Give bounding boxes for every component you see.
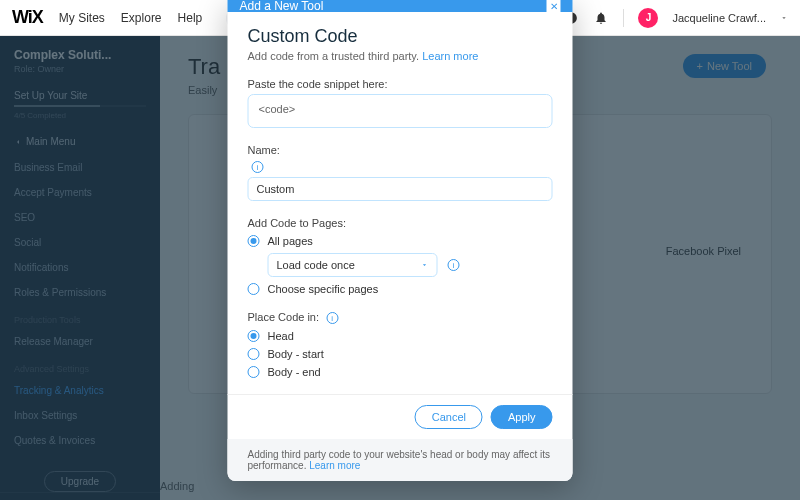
radio-body-end[interactable]: Body - end [248,366,553,378]
radio-icon [248,330,260,342]
radio-icon [248,348,260,360]
info-icon[interactable]: i [448,259,460,271]
info-icon[interactable]: i [252,161,264,173]
info-icon[interactable]: i [326,312,338,324]
learn-more-link[interactable]: Learn more [422,50,478,62]
cancel-button[interactable]: Cancel [415,405,483,429]
avatar[interactable]: J [638,8,658,28]
nav-help[interactable]: Help [178,11,203,25]
radio-icon [248,366,260,378]
name-label: Name: [248,144,553,156]
load-select[interactable]: Load code once [268,253,438,277]
bell-icon[interactable] [593,10,609,26]
place-label: Place Code in: i [248,311,553,324]
nav-explore[interactable]: Explore [121,11,162,25]
nav-my-sites[interactable]: My Sites [59,11,105,25]
learn-more-link[interactable]: Learn more [309,460,360,471]
radio-icon [248,235,260,247]
custom-code-modal: Add a New Tool ✕ Custom Code Add code fr… [228,0,573,481]
paste-label: Paste the code snippet here: [248,78,553,90]
code-textarea[interactable]: <code> [248,94,553,128]
apply-button[interactable]: Apply [491,405,553,429]
chevron-down-icon [421,261,429,269]
modal-title: Custom Code [248,26,553,47]
logo: WiX [12,7,43,28]
close-icon[interactable]: ✕ [547,0,561,12]
radio-choose-pages[interactable]: Choose specific pages [248,283,553,295]
username[interactable]: Jacqueline Crawf... [672,12,766,24]
modal-footer: Cancel Apply [228,394,573,439]
radio-all-pages[interactable]: All pages [248,235,553,247]
name-input[interactable] [248,177,553,201]
radio-icon [248,283,260,295]
pages-label: Add Code to Pages: [248,217,553,229]
radio-head[interactable]: Head [248,330,553,342]
radio-body-start[interactable]: Body - start [248,348,553,360]
modal-header: Add a New Tool ✕ [228,0,573,12]
modal-note: Adding third party code to your website'… [228,439,573,481]
modal-subtitle: Add code from a trusted third party. Lea… [248,50,553,62]
chevron-down-icon[interactable] [780,14,788,22]
